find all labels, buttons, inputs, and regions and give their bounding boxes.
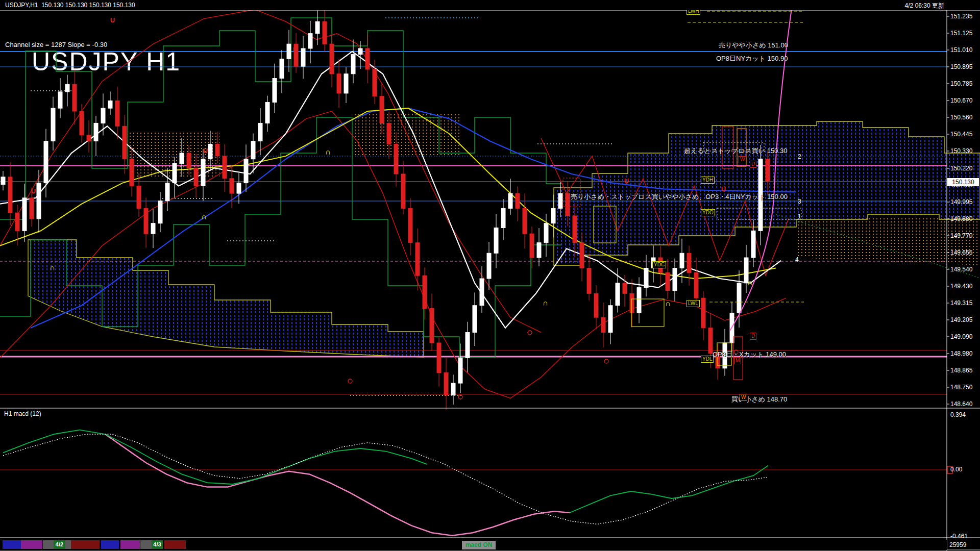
timeline-segment [101, 540, 119, 549]
trading-app-window: USDJPY H1 Channel size = 1287 Slope = -0… [0, 0, 980, 551]
timeline-segment [43, 540, 54, 549]
timeline-segment [140, 540, 152, 549]
symbol-ohlc-readout: USDJPY,H1 150.130 150.130 150.130 150.13… [5, 2, 135, 9]
timeline-segment [21, 540, 42, 549]
timeline-segment [164, 540, 186, 549]
ichimoku-clouds [28, 113, 980, 357]
timeline-date-label: 4/3 [152, 541, 163, 547]
timeline-segment: 4/3 [152, 540, 163, 549]
timeline-date-label: 4/2 [54, 541, 65, 547]
current-price-tag: 150.130 [947, 178, 979, 186]
last-update-button[interactable]: 4/2 06:30 更新 [905, 2, 944, 10]
timeline-segment: 4/2 [54, 540, 65, 549]
chart-canvas[interactable] [0, 0, 980, 551]
timeline-segment [120, 540, 140, 549]
chart-title-bar: USDJPY,H1 150.130 150.130 150.130 150.13… [0, 0, 980, 10]
timeline-segment [71, 540, 100, 549]
macd-toggle-badge[interactable]: macd ON [462, 541, 496, 549]
tick-count: 25959 [949, 541, 966, 548]
timeline-segment [65, 540, 71, 549]
timeline-segment [3, 540, 21, 549]
macd-pane [0, 430, 952, 536]
